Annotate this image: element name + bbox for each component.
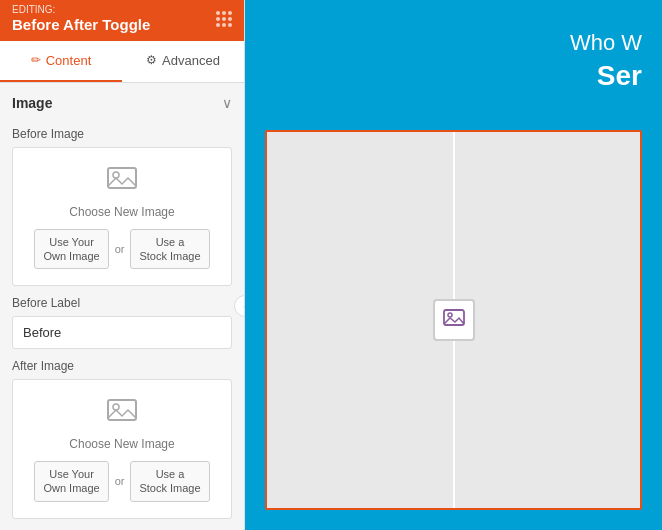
before-label-label: Before Label bbox=[12, 296, 232, 310]
section-title: Image bbox=[12, 95, 52, 111]
widget-image-icon bbox=[443, 308, 465, 332]
image-section-header: Image ∨ bbox=[12, 95, 232, 115]
after-image-placeholder-icon bbox=[29, 396, 215, 431]
tab-content-label: Content bbox=[46, 53, 92, 68]
svg-point-5 bbox=[448, 313, 452, 317]
tab-advanced-label: Advanced bbox=[162, 53, 220, 68]
widget-center-icon bbox=[433, 299, 475, 341]
before-image-own-btn[interactable]: Use Your Own Image bbox=[34, 229, 108, 270]
svg-rect-4 bbox=[444, 310, 464, 325]
drag-handle[interactable] bbox=[216, 11, 232, 27]
editing-bar: EDITING: Before After Toggle bbox=[0, 0, 244, 41]
after-image-buttons: Use Your Own Image or Use a Stock Image bbox=[29, 461, 215, 502]
right-panel: Who W Ser bbox=[245, 0, 662, 530]
panel-content: ‹ Image ∨ Before Image Choose New Image … bbox=[0, 83, 244, 531]
after-image-or: or bbox=[115, 475, 125, 487]
tab-bar: ✏ Content ⚙ Advanced bbox=[0, 41, 244, 83]
tab-content[interactable]: ✏ Content bbox=[0, 41, 122, 82]
collapse-button[interactable]: ‹ bbox=[234, 295, 244, 317]
advanced-tab-icon: ⚙ bbox=[146, 53, 157, 67]
before-image-upload-box[interactable]: Choose New Image Use Your Own Image or U… bbox=[12, 147, 232, 287]
before-image-or: or bbox=[115, 243, 125, 255]
before-image-stock-btn[interactable]: Use a Stock Image bbox=[130, 229, 209, 270]
before-image-label: Before Image bbox=[12, 127, 232, 141]
before-after-widget[interactable] bbox=[265, 130, 642, 510]
before-image-placeholder-icon bbox=[29, 164, 215, 199]
after-image-label: After Image bbox=[12, 359, 232, 373]
widget-title: Before After Toggle bbox=[12, 15, 150, 35]
section-chevron-icon[interactable]: ∨ bbox=[222, 95, 232, 111]
after-image-upload-box[interactable]: Choose New Image Use Your Own Image or U… bbox=[12, 379, 232, 519]
editing-label: EDITING: bbox=[12, 4, 150, 15]
before-label-input[interactable] bbox=[12, 316, 232, 349]
editing-info: EDITING: Before After Toggle bbox=[12, 4, 150, 35]
right-top-text: Who W bbox=[570, 30, 642, 56]
right-sub-text: Ser bbox=[597, 60, 642, 92]
before-image-buttons: Use Your Own Image or Use a Stock Image bbox=[29, 229, 215, 270]
content-tab-icon: ✏ bbox=[31, 53, 41, 67]
after-image-stock-btn[interactable]: Use a Stock Image bbox=[130, 461, 209, 502]
before-image-upload-text: Choose New Image bbox=[29, 205, 215, 219]
left-panel: EDITING: Before After Toggle ✏ Content ⚙… bbox=[0, 0, 245, 530]
after-image-own-btn[interactable]: Use Your Own Image bbox=[34, 461, 108, 502]
tab-advanced[interactable]: ⚙ Advanced bbox=[122, 41, 244, 82]
after-image-upload-text: Choose New Image bbox=[29, 437, 215, 451]
